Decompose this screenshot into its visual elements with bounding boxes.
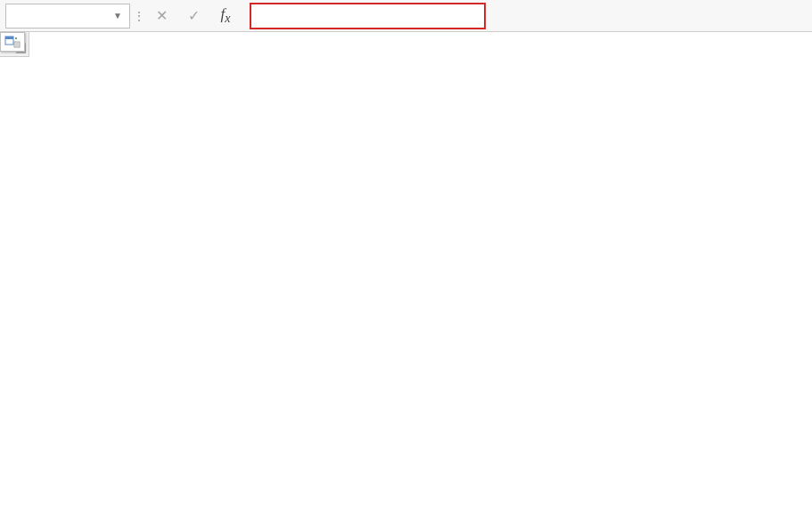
formula-bar-row: ▼ ⋮ ✕ ✓ fx — [0, 0, 812, 32]
accept-formula-button[interactable]: ✓ — [180, 4, 207, 28]
close-icon: ✕ — [156, 7, 168, 24]
svg-rect-2 — [14, 42, 20, 47]
autofill-options-button[interactable] — [0, 32, 25, 52]
cancel-formula-button[interactable]: ✕ — [148, 4, 175, 28]
insert-function-button[interactable]: fx — [212, 4, 239, 28]
svg-rect-5 — [15, 37, 17, 39]
autofill-options-icon — [4, 36, 21, 48]
separator: ⋮ — [135, 6, 143, 26]
svg-rect-1 — [5, 37, 13, 39]
chevron-down-icon[interactable]: ▼ — [113, 11, 122, 20]
fx-icon: fx — [220, 5, 230, 26]
check-icon: ✓ — [188, 7, 200, 24]
formula-input[interactable] — [250, 3, 486, 29]
name-box[interactable]: ▼ — [5, 4, 130, 29]
